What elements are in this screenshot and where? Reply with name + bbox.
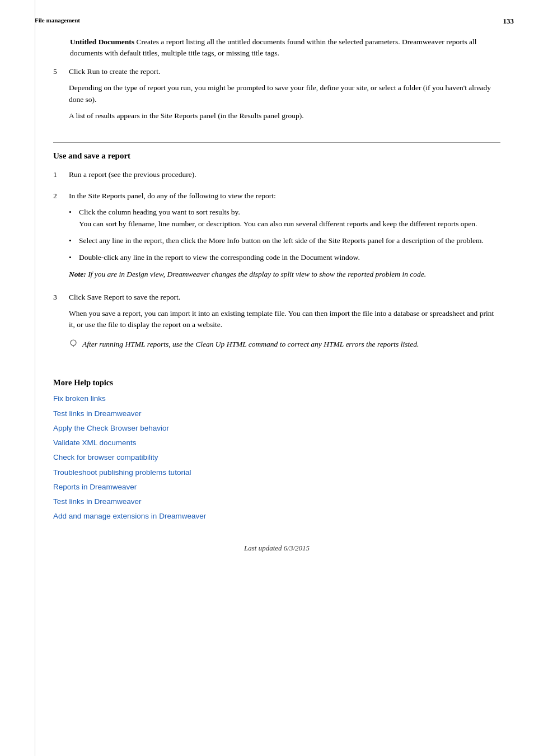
bullet-dot-3: • <box>69 252 79 263</box>
footer: Last updated 6/3/2015 <box>53 526 500 565</box>
footer-text: Last updated 6/3/2015 <box>244 544 310 552</box>
bullet-1-sub: You can sort by filename, line number, o… <box>79 220 477 228</box>
content-area: File management Untitled Documents Creat… <box>53 0 500 756</box>
more-help-heading: More Help topics <box>53 377 500 389</box>
step-3-content: Click Save Report to save the report. Wh… <box>69 292 500 360</box>
bullet-dot-1: • <box>69 207 79 218</box>
help-link-4[interactable]: Check for browser compatibility <box>53 452 500 463</box>
step-5: 5 Click Run to create the report. Depend… <box>53 66 500 127</box>
bullet-1: • Click the column heading you want to s… <box>69 207 500 230</box>
step-5-number: 5 <box>53 66 69 77</box>
untitled-docs-block: Untitled Documents Creates a report list… <box>70 36 500 60</box>
use-save-heading: Use and save a report <box>53 142 500 162</box>
tip-block: After running HTML reports, use the Clea… <box>69 339 500 352</box>
help-link-1[interactable]: Test links in Dreamweaver <box>53 408 500 419</box>
step-2-content: In the Site Reports panel, do any of the… <box>69 190 500 286</box>
bullet-3-text: Double-click any line in the report to v… <box>79 252 500 263</box>
step-1-text: Run a report (see the previous procedure… <box>69 169 500 181</box>
step-3-sub: When you save a report, you can import i… <box>69 308 500 332</box>
tip-text: After running HTML reports, use the Clea… <box>82 339 419 350</box>
step-5-content: Click Run to create the report. Dependin… <box>69 66 500 127</box>
step-2-text: In the Site Reports panel, do any of the… <box>69 190 500 202</box>
bullet-2-text: Select any line in the report, then clic… <box>79 235 500 246</box>
step-1: 1 Run a report (see the previous procedu… <box>53 169 500 185</box>
step-5-sub1: Depending on the type of report you run,… <box>69 82 500 106</box>
step-3-number: 3 <box>53 292 69 303</box>
step-3-text: Click Save Report to save the report. <box>69 292 500 304</box>
help-link-0[interactable]: Fix broken links <box>53 393 500 404</box>
tip-icon <box>69 339 78 352</box>
help-link-2[interactable]: Apply the Check Browser behavior <box>53 423 500 434</box>
help-link-3[interactable]: Validate XML documents <box>53 437 500 449</box>
page-border-line <box>35 0 35 756</box>
page-number: 133 <box>503 16 514 27</box>
bullet-dot-2: • <box>69 235 79 246</box>
step-1-number: 1 <box>53 169 69 180</box>
untitled-docs-term: Untitled Documents <box>70 38 134 46</box>
page: 133 File management Untitled Documents C… <box>0 0 534 756</box>
step-3: 3 Click Save Report to save the report. … <box>53 292 500 360</box>
bullet-3: • Double-click any line in the report to… <box>69 252 500 263</box>
step-5-text: Click Run to create the report. <box>69 66 500 78</box>
section-label: File management <box>35 16 500 25</box>
step-1-content: Run a report (see the previous procedure… <box>69 169 500 185</box>
step-2-number: 2 <box>53 190 69 202</box>
help-link-6[interactable]: Reports in Dreamweaver <box>53 482 500 493</box>
bullet-1-text: Click the column heading you want to sor… <box>79 207 500 230</box>
help-link-8[interactable]: Add and manage extensions in Dreamweaver <box>53 511 500 522</box>
help-link-7[interactable]: Test links in Dreamweaver <box>53 496 500 507</box>
help-links-container: Fix broken links Test links in Dreamweav… <box>53 393 500 522</box>
svg-point-0 <box>71 340 76 346</box>
note-block: Note: If you are in Design view, Dreamwe… <box>69 269 500 280</box>
step-2: 2 In the Site Reports panel, do any of t… <box>53 190 500 286</box>
step-2-bullets: • Click the column heading you want to s… <box>69 207 500 263</box>
bullet-2: • Select any line in the report, then cl… <box>69 235 500 246</box>
step-5-sub2: A list of results appears in the Site Re… <box>69 110 500 122</box>
help-link-5[interactable]: Troubleshoot publishing problems tutoria… <box>53 467 500 478</box>
untitled-docs-text: Untitled Documents Creates a report list… <box>70 36 500 60</box>
note-text: Note: If you are in Design view, Dreamwe… <box>69 270 426 278</box>
